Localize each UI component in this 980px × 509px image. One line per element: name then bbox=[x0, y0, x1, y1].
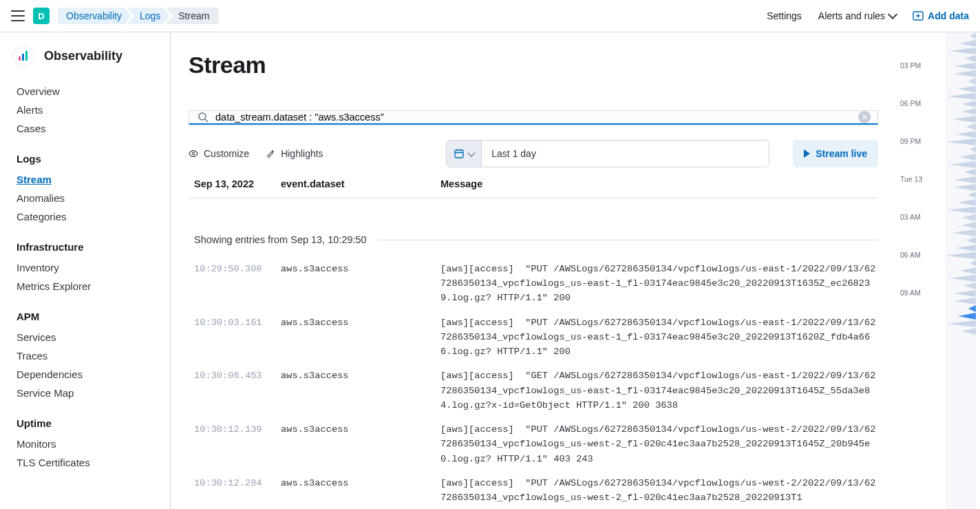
minimap-bar bbox=[958, 313, 976, 320]
menu-toggle-icon[interactable] bbox=[11, 9, 25, 23]
sidebar-item-dependencies[interactable]: Dependencies bbox=[11, 365, 164, 384]
log-dataset: aws.s3access bbox=[281, 476, 440, 505]
sidebar-item-tls-certificates[interactable]: TLS Certificates bbox=[11, 453, 164, 472]
sidebar-item-categories[interactable]: Categories bbox=[11, 207, 164, 226]
log-dataset: aws.s3access bbox=[281, 315, 440, 360]
minimap-bar bbox=[962, 108, 976, 115]
minimap-bar bbox=[952, 229, 976, 236]
log-row[interactable]: 10:29:50.308aws.s3access[aws][access] "P… bbox=[194, 262, 878, 306]
sidebar-item-traces[interactable]: Traces bbox=[11, 346, 164, 365]
nav-group-title: APM bbox=[17, 311, 164, 322]
minimap-tick: 09 AM bbox=[900, 289, 921, 297]
svg-point-6 bbox=[199, 113, 206, 120]
minimap-bar bbox=[964, 282, 976, 289]
user-avatar[interactable]: D bbox=[33, 8, 50, 24]
sidebar-item-alerts[interactable]: Alerts bbox=[11, 101, 164, 119]
minimap-bar bbox=[948, 93, 976, 100]
search-icon bbox=[198, 112, 209, 123]
add-data-link[interactable]: Add data bbox=[913, 10, 969, 21]
page-title: Stream bbox=[189, 52, 878, 79]
customize-button[interactable]: Customize bbox=[189, 148, 249, 159]
query-bar[interactable]: ✕ bbox=[189, 110, 878, 125]
log-row[interactable]: 10:30:06.453aws.s3access[aws][access] "G… bbox=[194, 368, 878, 413]
minimap-bar bbox=[956, 245, 976, 251]
calendar-icon bbox=[454, 148, 465, 159]
minimap-tick: 06 PM bbox=[900, 99, 921, 107]
log-row[interactable]: 10:30:12.139aws.s3access[aws][access] "P… bbox=[194, 422, 878, 466]
play-icon bbox=[804, 149, 810, 158]
settings-link[interactable]: Settings bbox=[767, 10, 802, 21]
log-timestamp: 10:29:50.308 bbox=[194, 262, 281, 306]
highlights-button[interactable]: Highlights bbox=[266, 148, 323, 159]
log-row[interactable]: 10:30:12.284aws.s3access[aws][access] "P… bbox=[194, 476, 878, 505]
chevron-down-icon bbox=[468, 149, 476, 156]
minimap-bar bbox=[960, 154, 976, 160]
breadcrumb: Observability Logs Stream bbox=[58, 8, 219, 24]
minimap-bar bbox=[960, 40, 976, 47]
stream-live-button[interactable]: Stream live bbox=[793, 140, 878, 167]
sidebar-item-inventory[interactable]: Inventory bbox=[11, 258, 164, 277]
minimap-bar bbox=[950, 161, 976, 168]
log-dataset: aws.s3access bbox=[281, 422, 440, 466]
time-range-picker[interactable]: Last 1 day bbox=[446, 140, 769, 167]
alerts-rules-link[interactable]: Alerts and rules bbox=[818, 10, 896, 21]
sidebar-item-stream[interactable]: Stream bbox=[11, 170, 164, 189]
log-dataset: aws.s3access bbox=[281, 262, 440, 306]
sidebar-item-monitors[interactable]: Monitors bbox=[11, 435, 164, 453]
log-timestamp: 10:30:06.453 bbox=[194, 368, 281, 413]
sidebar-item-service-map[interactable]: Service Map bbox=[11, 384, 164, 402]
log-rows: 10:29:50.308aws.s3access[aws][access] "P… bbox=[189, 262, 878, 509]
log-minimap[interactable]: 03 PM06 PM09 PMTue 1303 AM06 AM09 AM bbox=[896, 32, 980, 509]
entries-start-label: Showing entries from Sep 13, 10:29:50 bbox=[194, 234, 367, 245]
log-row[interactable]: 10:30:03.161aws.s3access[aws][access] "P… bbox=[194, 315, 878, 360]
log-message: [aws][access] "PUT /AWSLogs/627286350134… bbox=[440, 262, 878, 306]
entries-start-marker: Showing entries from Sep 13, 10:29:50 bbox=[189, 234, 878, 245]
add-data-label: Add data bbox=[928, 10, 969, 21]
query-input[interactable] bbox=[209, 112, 858, 123]
log-message: [aws][access] "PUT /AWSLogs/627286350134… bbox=[440, 476, 878, 505]
minimap-tick: 06 AM bbox=[900, 251, 921, 259]
minimap-tick: 09 PM bbox=[900, 137, 921, 145]
breadcrumb-observability[interactable]: Observability bbox=[58, 8, 131, 24]
svg-rect-9 bbox=[455, 150, 463, 158]
sidebar-item-metrics-explorer[interactable]: Metrics Explorer bbox=[11, 277, 164, 295]
minimap-bar bbox=[954, 184, 976, 191]
sidebar-item-anomalies[interactable]: Anomalies bbox=[11, 189, 164, 207]
minimap-bar bbox=[954, 176, 976, 183]
sidebar-item-services[interactable]: Services bbox=[11, 328, 164, 346]
log-timestamp: 10:30:12.139 bbox=[194, 422, 281, 466]
nav-group-title: Infrastructure bbox=[17, 241, 164, 253]
minimap-bar bbox=[968, 78, 976, 85]
minimap-bar bbox=[954, 298, 976, 304]
minimap-bar bbox=[958, 85, 976, 92]
main-content: Stream ✕ Customize Highlights bbox=[171, 32, 896, 509]
log-message: [aws][access] "PUT /AWSLogs/627286350134… bbox=[440, 422, 878, 466]
time-picker-quick-button[interactable] bbox=[447, 141, 482, 167]
alerts-rules-label: Alerts and rules bbox=[818, 10, 885, 21]
minimap-bar bbox=[954, 290, 976, 297]
svg-point-8 bbox=[192, 152, 195, 155]
log-table-header: Sep 13, 2022 event.dataset Message bbox=[189, 167, 878, 198]
sidebar-item-overview[interactable]: Overview bbox=[11, 82, 164, 101]
minimap-bar bbox=[968, 305, 976, 312]
stream-live-label: Stream live bbox=[816, 148, 867, 159]
svg-line-7 bbox=[205, 119, 208, 122]
minimap-bar bbox=[954, 70, 976, 77]
minimap-bar bbox=[962, 214, 976, 221]
svg-rect-5 bbox=[25, 51, 28, 61]
observability-logo-icon bbox=[12, 45, 34, 67]
top-right-actions: Settings Alerts and rules Add data bbox=[767, 10, 969, 21]
clear-query-button[interactable]: ✕ bbox=[858, 111, 871, 123]
stream-toolbar: Customize Highlights Last 1 day Strea bbox=[189, 140, 878, 167]
time-range-label[interactable]: Last 1 day bbox=[482, 141, 769, 167]
chevron-down-icon bbox=[888, 10, 897, 19]
log-message: [aws][access] "PUT /AWSLogs/627286350134… bbox=[440, 315, 878, 360]
eye-icon bbox=[189, 149, 198, 158]
minimap-bar bbox=[948, 320, 976, 327]
highlights-label: Highlights bbox=[281, 148, 323, 159]
add-data-icon bbox=[913, 10, 924, 21]
svg-rect-3 bbox=[19, 56, 21, 61]
breadcrumb-logs[interactable]: Logs bbox=[127, 8, 170, 24]
sidebar-item-cases[interactable]: Cases bbox=[11, 119, 164, 138]
col-header-message: Message bbox=[440, 178, 878, 189]
